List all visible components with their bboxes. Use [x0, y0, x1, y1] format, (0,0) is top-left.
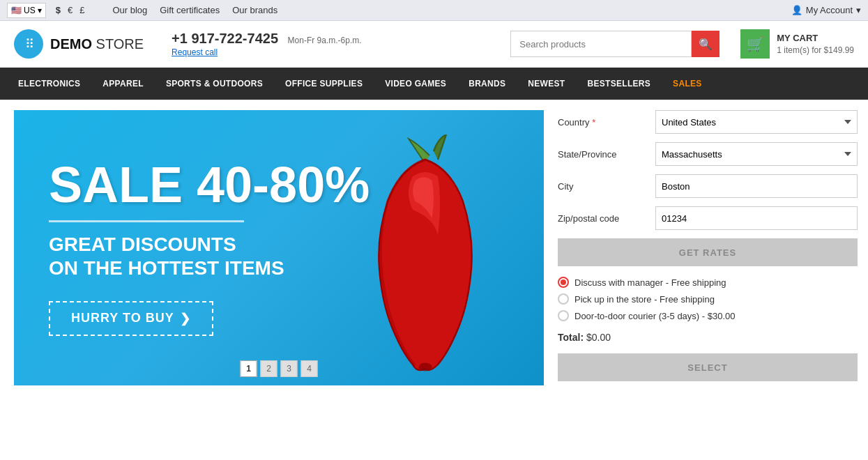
total-label: Total: — [558, 332, 584, 343]
shipping-option-label-0: Discuss with manager - Free shipping — [574, 277, 726, 288]
flag-chevron-icon: ▾ — [38, 6, 42, 15]
radio-inner-0 — [561, 279, 566, 285]
chili-image — [328, 121, 523, 385]
radio-2[interactable] — [558, 310, 569, 321]
country-row: Country * United States Canada United Ki… — [558, 110, 858, 134]
cart-area: 🛒 MY CART 1 item(s) for $149.99 — [740, 29, 854, 59]
shipping-option-2: Door-to-door courier (3-5 days) - $30.00 — [558, 310, 858, 321]
cart-items-count: 1 item(s) for $149.99 — [777, 45, 854, 56]
arrow-icon: ❯ — [180, 311, 191, 326]
phone-area: +1 917-722-7425 Mon-Fr 9a.m.-6p.m. Reque… — [158, 31, 496, 57]
shipping-option-label-1: Pick up in the store - Free shipping — [574, 294, 715, 305]
cart-icon: 🛒 — [747, 36, 764, 52]
phone-hours: Mon-Fr 9a.m.-6p.m. — [288, 36, 362, 45]
cart-icon-button[interactable]: 🛒 — [740, 29, 770, 59]
shipping-option-1: Pick up in the store - Free shipping — [558, 293, 858, 305]
radio-1[interactable] — [558, 293, 569, 305]
city-input[interactable] — [655, 174, 858, 198]
nav-item-electronics[interactable]: ELECTRONICS — [7, 68, 91, 100]
nav-item-sports[interactable]: SPORTS & OUTDOORS — [155, 68, 274, 100]
person-icon: 👤 — [791, 5, 802, 15]
state-select[interactable]: Massachusetts California New York Texas … — [655, 142, 858, 166]
search-icon: 🔍 — [699, 38, 713, 51]
logo-icon: ⠿ — [25, 36, 33, 52]
page-dot-3[interactable]: 3 — [281, 360, 298, 377]
logo-area: ⠿ DEMO STORE — [14, 29, 144, 59]
nav-item-newest[interactable]: NEWEST — [517, 68, 576, 100]
country-label: Country * — [558, 117, 648, 128]
zip-row: Zip/postal code — [558, 206, 858, 230]
page-dot-1[interactable]: 1 — [241, 360, 257, 377]
my-account-label: My Account — [806, 5, 853, 15]
top-nav-brands[interactable]: Our brands — [232, 5, 277, 15]
nav-item-bestsellers[interactable]: BESTSELLERS — [576, 68, 662, 100]
banner-cta-label: HURRY TO BUY — [71, 311, 174, 325]
nav-item-sales[interactable]: SALES — [662, 68, 713, 100]
currency-eur[interactable]: € — [65, 3, 75, 17]
nav-item-brands[interactable]: BRANDS — [457, 68, 517, 100]
search-input[interactable] — [510, 31, 692, 57]
total-value: $0.00 — [586, 332, 611, 343]
select-button[interactable]: SELECT — [558, 353, 858, 381]
cart-info: MY CART 1 item(s) for $149.99 — [777, 32, 854, 56]
top-bar-left: 🇺🇸 US ▾ $ € £ Our blog Gift certificates… — [7, 3, 277, 18]
logo-bold: DEMO — [50, 36, 92, 52]
banner: SALE 40-80% GREAT DISCOUNTS ON THE HOTTE… — [14, 110, 544, 385]
city-row: City — [558, 174, 858, 198]
phone-prefix: +1 917- — [172, 31, 219, 46]
nav-item-videogames[interactable]: VIDEO GAMES — [374, 68, 457, 100]
shipping-options: Discuss with manager - Free shipping Pic… — [558, 277, 858, 321]
search-area: 🔍 — [510, 31, 719, 57]
page-dot-4[interactable]: 4 — [301, 360, 318, 377]
banner-pagination: 1 2 3 4 — [241, 360, 318, 377]
shipping-option-0: Discuss with manager - Free shipping — [558, 277, 858, 288]
get-rates-button[interactable]: GET RATES — [558, 238, 858, 266]
main-content: SALE 40-80% GREAT DISCOUNTS ON THE HOTTE… — [0, 100, 868, 396]
logo-text: DEMO STORE — [50, 36, 144, 52]
flag-icon: 🇺🇸 — [11, 6, 22, 15]
city-label: City — [558, 181, 648, 192]
radio-0[interactable] — [558, 277, 569, 288]
currency-group: $ € £ — [53, 3, 88, 17]
phone-number: +1 917-722-7425 Mon-Fr 9a.m.-6p.m. — [172, 31, 496, 47]
state-label: State/Province — [558, 149, 648, 160]
shipping-panel: Country * United States Canada United Ki… — [558, 110, 858, 385]
logo-light: STORE — [96, 36, 144, 52]
top-nav: Our blog Gift certificates Our brands — [112, 5, 277, 15]
nav-item-apparel[interactable]: APPAREL — [91, 68, 155, 100]
top-bar: 🇺🇸 US ▾ $ € £ Our blog Gift certificates… — [0, 0, 868, 21]
zip-input[interactable] — [655, 206, 858, 230]
cart-title: MY CART — [777, 32, 854, 45]
banner-cta-button[interactable]: HURRY TO BUY ❯ — [49, 301, 213, 336]
top-nav-blog[interactable]: Our blog — [112, 5, 147, 15]
page-dot-2[interactable]: 2 — [261, 360, 277, 377]
shipping-option-label-2: Door-to-door courier (3-5 days) - $30.00 — [574, 311, 736, 321]
my-account-button[interactable]: 👤 My Account ▾ — [791, 5, 861, 15]
header: ⠿ DEMO STORE +1 917-722-7425 Mon-Fr 9a.m… — [0, 21, 868, 68]
total-row: Total: $0.00 — [558, 332, 858, 343]
flag-label: US — [24, 6, 36, 15]
currency-usd[interactable]: $ — [53, 3, 63, 17]
chili-svg — [335, 135, 516, 385]
currency-gbp[interactable]: £ — [77, 3, 87, 17]
required-indicator: * — [592, 117, 595, 128]
state-row: State/Province Massachusetts California … — [558, 142, 858, 166]
search-button[interactable]: 🔍 — [692, 31, 719, 57]
phone-main: 722-7425 — [220, 31, 279, 46]
nav-item-office[interactable]: OFFICE SUPPLIES — [274, 68, 374, 100]
svg-point-0 — [418, 363, 432, 371]
banner-divider — [49, 220, 244, 222]
logo-circle: ⠿ — [14, 29, 43, 59]
top-nav-gift[interactable]: Gift certificates — [160, 5, 220, 15]
account-chevron-icon: ▾ — [856, 5, 861, 15]
flag-selector[interactable]: 🇺🇸 US ▾ — [7, 3, 46, 18]
main-nav: ELECTRONICS APPAREL SPORTS & OUTDOORS OF… — [0, 68, 868, 100]
country-select[interactable]: United States Canada United Kingdom Aust… — [655, 110, 858, 134]
zip-label: Zip/postal code — [558, 213, 648, 224]
top-bar-right: 👤 My Account ▾ — [791, 5, 861, 15]
request-call-link[interactable]: Request call — [172, 47, 218, 57]
